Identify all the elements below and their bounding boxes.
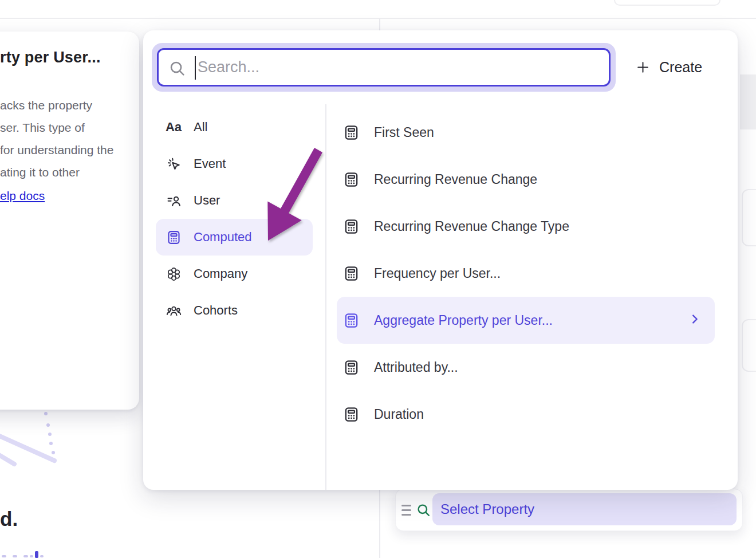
screenshot-stage: rty per User... acks the property ser. T… (0, 0, 756, 558)
help-docs-link[interactable]: elp docs (0, 189, 45, 203)
category-cohorts[interactable]: Cohorts (156, 292, 313, 329)
property-item-attributed-by[interactable]: Attributed by... (337, 344, 715, 391)
create-button[interactable]: Create (631, 53, 707, 81)
category-computed[interactable]: Computed (156, 219, 313, 256)
property-picker-popover: Create Aa All Event (143, 30, 738, 490)
tooltip-title: rty per User... (0, 49, 133, 66)
property-item-recurring-revenue-change[interactable]: Recurring Revenue Change (337, 156, 715, 203)
select-property-button[interactable]: Select Property (432, 493, 737, 525)
search-input[interactable] (159, 50, 609, 85)
search-icon (416, 502, 431, 518)
tooltip-body-line: for understanding the (0, 139, 133, 161)
calculator-icon (342, 406, 360, 423)
property-item-label: First Seen (374, 125, 434, 140)
chevron-right-icon (688, 313, 701, 328)
clipped-right-card (742, 319, 756, 372)
tooltip-body: acks the property ser. This type of for … (0, 94, 133, 183)
calculator-icon (342, 359, 360, 376)
property-item-label: Duration (374, 407, 424, 422)
calculator-icon (342, 171, 360, 188)
plus-icon (636, 60, 650, 74)
property-item-duration[interactable]: Duration (337, 391, 715, 438)
tooltip-body-line: ating it to other (0, 161, 133, 183)
clipped-top-button[interactable] (614, 0, 720, 6)
calculator-icon (342, 218, 360, 235)
property-selector-card: Select Property (395, 489, 743, 531)
calculator-icon (342, 124, 360, 141)
search-focus-ring (152, 43, 616, 92)
property-item-label: Aggregate Property per User... (374, 313, 553, 328)
category-company[interactable]: Company (156, 256, 313, 292)
category-user[interactable]: User (156, 182, 313, 219)
user-list-icon (165, 193, 182, 209)
tooltip-body-line: ser. This type of (0, 116, 133, 139)
property-item-label: Attributed by... (374, 360, 458, 375)
empty-chart-illustration (0, 404, 74, 479)
category-label: All (194, 120, 207, 135)
property-item-label: Frequency per User... (374, 266, 501, 281)
cohorts-icon (165, 303, 182, 319)
property-item-recurring-revenue-change-type[interactable]: Recurring Revenue Change Type (337, 203, 715, 250)
property-item-label: Recurring Revenue Change (374, 172, 537, 187)
category-label: Event (194, 156, 226, 171)
property-item-label: Recurring Revenue Change Type (374, 219, 569, 234)
select-property-label: Select Property (440, 501, 534, 517)
drag-handle-icon[interactable] (401, 505, 411, 516)
clipped-heading-text: d. (0, 508, 18, 531)
clipped-right-card (742, 189, 756, 246)
event-cursor-icon (165, 156, 182, 172)
property-item-frequency-per-user[interactable]: Frequency per User... (337, 250, 715, 297)
page-divider-horizontal (0, 18, 756, 19)
category-all[interactable]: Aa All (156, 109, 313, 146)
clipped-right-panel (740, 74, 756, 129)
tooltip-body-line: acks the property (0, 94, 133, 116)
category-label: Computed (194, 230, 252, 245)
category-panel: Aa All Event (143, 104, 326, 490)
property-tooltip-card: rty per User... acks the property ser. T… (0, 32, 139, 410)
property-item-first-seen[interactable]: First Seen (337, 109, 715, 156)
property-list: First Seen Recurring Revenue Change (326, 104, 738, 490)
company-icon (165, 266, 182, 282)
calculator-icon (342, 265, 360, 282)
property-item-aggregate-property-per-user[interactable]: Aggregate Property per User... (337, 297, 715, 344)
calculator-icon (165, 230, 182, 245)
category-event[interactable]: Event (156, 146, 313, 182)
category-label: Company (194, 266, 247, 281)
create-button-label: Create (659, 59, 702, 76)
category-label: Cohorts (194, 303, 238, 318)
text-aa-icon: Aa (165, 120, 182, 135)
category-label: User (194, 193, 220, 208)
calculator-icon (342, 312, 360, 329)
clipped-link-text-fragment (0, 550, 63, 558)
search-field[interactable] (157, 48, 611, 87)
